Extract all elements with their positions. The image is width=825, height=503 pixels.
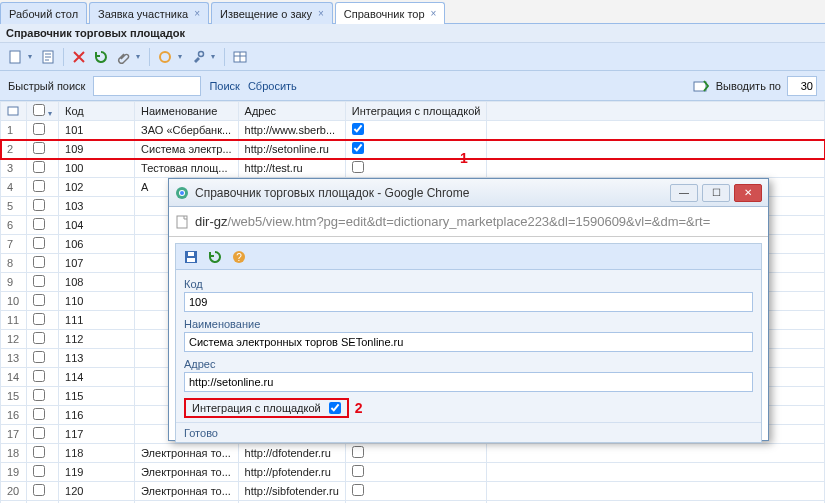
popup-toolbar: ? — [176, 244, 761, 270]
int-checkbox[interactable] — [352, 142, 364, 154]
save-icon[interactable] — [182, 248, 200, 266]
col-addr[interactable]: Адрес — [238, 102, 345, 121]
cell-kod: 120 — [59, 482, 135, 501]
row-checkbox[interactable] — [33, 275, 45, 287]
edit-icon[interactable] — [39, 48, 57, 66]
row-checkbox[interactable] — [33, 180, 45, 192]
row-number: 2 — [1, 140, 27, 159]
row-checkbox[interactable] — [33, 237, 45, 249]
row-checkbox[interactable] — [33, 123, 45, 135]
tab-close-icon[interactable]: × — [431, 8, 437, 19]
search-button[interactable]: Поиск — [209, 80, 239, 92]
popup-titlebar[interactable]: Справочник торговых площадок - Google Ch… — [169, 179, 768, 207]
int-checkbox[interactable] — [352, 465, 364, 477]
quick-search-label: Быстрый поиск — [8, 80, 85, 92]
refresh-icon[interactable] — [206, 248, 224, 266]
row-checkbox-cell — [27, 197, 59, 216]
tab-close-icon[interactable]: × — [194, 8, 200, 19]
row-checkbox[interactable] — [33, 389, 45, 401]
attach-icon[interactable] — [114, 48, 132, 66]
tab-Справочник тор[interactable]: Справочник тор× — [335, 2, 446, 24]
row-checkbox[interactable] — [33, 465, 45, 477]
cell-spacer — [487, 463, 825, 482]
row-checkbox[interactable] — [33, 332, 45, 344]
row-number: 10 — [1, 292, 27, 311]
row-checkbox[interactable] — [33, 161, 45, 173]
tab-Извещение о заку[interactable]: Извещение о заку× — [211, 2, 333, 24]
row-checkbox[interactable] — [33, 313, 45, 325]
minimize-button[interactable]: — — [670, 184, 698, 202]
int-checkbox[interactable] — [352, 484, 364, 496]
row-number: 5 — [1, 197, 27, 216]
row-checkbox[interactable] — [33, 218, 45, 230]
cell-spacer — [487, 140, 825, 159]
table-row[interactable]: 20120Электронная то...http://sibfotender… — [1, 482, 825, 501]
row-checkbox[interactable] — [33, 446, 45, 458]
table-row[interactable]: 19119Электронная то...http://pfotender.r… — [1, 463, 825, 482]
col-spacer — [487, 102, 825, 121]
row-checkbox[interactable] — [33, 199, 45, 211]
col-name[interactable]: Наименование — [135, 102, 239, 121]
row-number: 17 — [1, 425, 27, 444]
cell-spacer — [487, 121, 825, 140]
row-checkbox-cell — [27, 311, 59, 330]
maximize-button[interactable]: ☐ — [702, 184, 730, 202]
export-icon[interactable] — [692, 77, 710, 95]
col-kod[interactable]: Код — [59, 102, 135, 121]
col-checkbox[interactable]: ▾ — [27, 102, 59, 121]
row-checkbox[interactable] — [33, 294, 45, 306]
search-input[interactable] — [93, 76, 201, 96]
cell-kod: 116 — [59, 406, 135, 425]
int-checkbox[interactable] — [329, 402, 341, 414]
int-checkbox[interactable] — [352, 161, 364, 173]
row-checkbox[interactable] — [33, 370, 45, 382]
new-icon[interactable] — [6, 48, 24, 66]
grid-icon[interactable] — [231, 48, 249, 66]
addr-input[interactable] — [184, 372, 753, 392]
new-dropdown-icon[interactable]: ▾ — [28, 52, 35, 61]
tools-icon[interactable] — [189, 48, 207, 66]
action1-dropdown-icon[interactable]: ▾ — [178, 52, 185, 61]
row-checkbox[interactable] — [33, 256, 45, 268]
int-label: Интеграция с площадкой — [192, 402, 321, 414]
tools-dropdown-icon[interactable]: ▾ — [211, 52, 218, 61]
tab-Заявка участника[interactable]: Заявка участника× — [89, 2, 209, 24]
row-number: 14 — [1, 368, 27, 387]
url-bar[interactable]: dir-gz/web5/view.htm?pg=edit&dt=dictiona… — [169, 207, 768, 237]
cell-addr: http://sibfotender.ru — [238, 482, 345, 501]
help-icon[interactable]: ? — [230, 248, 248, 266]
cell-kod: 101 — [59, 121, 135, 140]
cell-kod: 109 — [59, 140, 135, 159]
col-expand[interactable] — [1, 102, 27, 121]
page-icon — [175, 215, 189, 229]
close-button[interactable]: ✕ — [734, 184, 762, 202]
row-checkbox-cell — [27, 273, 59, 292]
action1-icon[interactable] — [156, 48, 174, 66]
update-icon[interactable] — [92, 48, 110, 66]
name-input[interactable] — [184, 332, 753, 352]
cell-name: Система электр... — [135, 140, 239, 159]
col-int[interactable]: Интеграция с площадкой — [345, 102, 487, 121]
attach-dropdown-icon[interactable]: ▾ — [136, 52, 143, 61]
row-checkbox[interactable] — [33, 427, 45, 439]
row-checkbox-cell — [27, 425, 59, 444]
page-size-input[interactable] — [787, 76, 817, 96]
reset-button[interactable]: Сбросить — [248, 80, 297, 92]
delete-icon[interactable] — [70, 48, 88, 66]
row-checkbox[interactable] — [33, 408, 45, 420]
cell-addr: http://setonline.ru — [238, 140, 345, 159]
int-checkbox[interactable] — [352, 123, 364, 135]
tab-close-icon[interactable]: × — [318, 8, 324, 19]
row-checkbox[interactable] — [33, 142, 45, 154]
row-checkbox[interactable] — [33, 484, 45, 496]
svg-rect-10 — [177, 216, 187, 228]
table-row[interactable]: 1101ЗАО «Сбербанк...http://www.sberb... — [1, 121, 825, 140]
row-checkbox[interactable] — [33, 351, 45, 363]
cell-int — [345, 482, 487, 501]
tab-Рабочий стол[interactable]: Рабочий стол — [0, 2, 87, 24]
row-checkbox-cell — [27, 406, 59, 425]
table-row[interactable]: 2109Система электр...http://setonline.ru — [1, 140, 825, 159]
table-row[interactable]: 3100Тестовая площ...http://test.ru — [1, 159, 825, 178]
row-checkbox-cell — [27, 463, 59, 482]
kod-input[interactable] — [184, 292, 753, 312]
